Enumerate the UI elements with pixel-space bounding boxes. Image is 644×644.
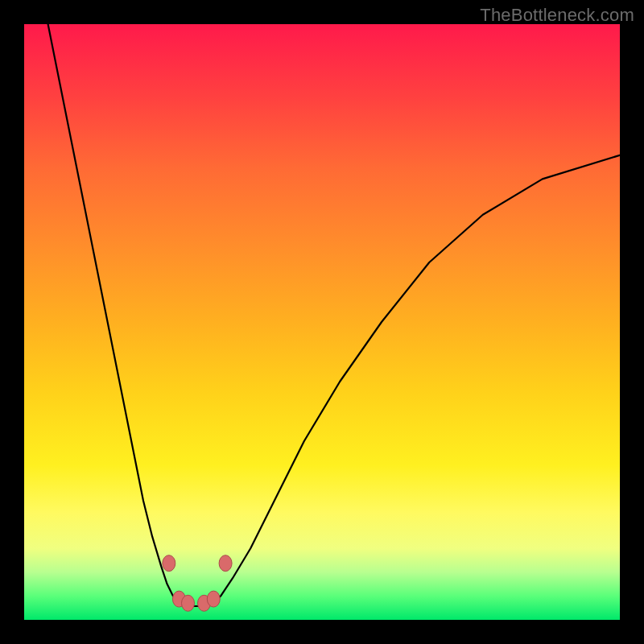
watermark-text: TheBottleneck.com [480,5,634,26]
bottleneck-curve [24,24,620,620]
chart-plot-area [24,24,620,620]
curve-marker [219,555,232,572]
curve-marker [182,595,195,611]
curve-marker [163,555,175,572]
curve-marker [207,591,220,607]
